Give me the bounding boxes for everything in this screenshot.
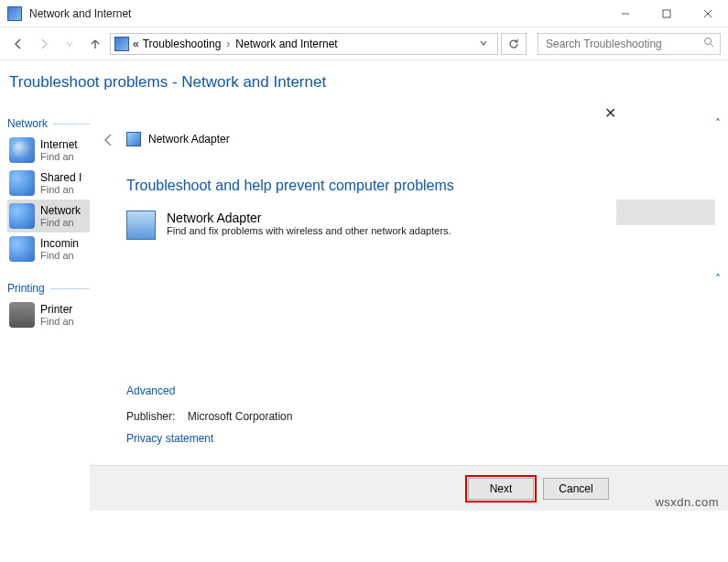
publisher-label: Publisher: bbox=[126, 410, 175, 423]
sidebar-item-network-adapter[interactable]: Network Find an bbox=[7, 200, 90, 232]
publisher-value: Microsoft Corporation bbox=[188, 410, 293, 423]
minimize-button[interactable] bbox=[604, 0, 646, 27]
breadcrumb-sep-icon: › bbox=[226, 38, 230, 50]
sidebar-item-incoming[interactable]: Incomin Find an bbox=[7, 232, 90, 265]
sidebar-item-desc: Find an bbox=[40, 217, 81, 228]
watermark: wsxdn.com bbox=[655, 495, 719, 509]
sidebar-item-desc: Find an bbox=[40, 184, 81, 195]
app-icon bbox=[7, 6, 22, 21]
wizard-item-title: Network Adapter bbox=[167, 211, 451, 225]
collapse-icon[interactable]: ˄ bbox=[715, 117, 721, 130]
search-box[interactable] bbox=[538, 33, 721, 55]
sidebar: Network Internet Find an Shared I Find a… bbox=[0, 60, 90, 562]
scrollbar-placeholder bbox=[616, 200, 715, 225]
adapter-icon bbox=[126, 211, 156, 240]
adapter-icon bbox=[9, 203, 35, 229]
wizard-back-icon[interactable] bbox=[101, 132, 117, 151]
maximize-button[interactable] bbox=[646, 0, 687, 27]
address-dropdown-icon[interactable] bbox=[473, 38, 494, 50]
group-printing-label: Printing bbox=[7, 282, 90, 295]
sidebar-item-label: Network bbox=[40, 204, 81, 217]
advanced-link[interactable]: Advanced bbox=[126, 384, 175, 397]
privacy-link[interactable]: Privacy statement bbox=[126, 432, 213, 445]
back-button[interactable] bbox=[7, 33, 29, 55]
wizard-item: Network Adapter Find and fix problems wi… bbox=[126, 211, 451, 240]
forward-button[interactable] bbox=[33, 33, 55, 55]
sidebar-item-label: Printer bbox=[40, 303, 74, 316]
next-button[interactable]: Next bbox=[468, 478, 534, 500]
collapse-icon[interactable]: ˄ bbox=[715, 273, 721, 286]
wizard-title-row: Network Adapter bbox=[126, 132, 230, 146]
adapter-icon bbox=[126, 132, 141, 146]
sidebar-item-label: Incomin bbox=[40, 237, 79, 250]
recent-dropdown[interactable] bbox=[59, 33, 81, 55]
sidebar-item-printer[interactable]: Printer Find an bbox=[7, 298, 90, 331]
toolbar: « Troubleshooting › Network and Internet bbox=[0, 27, 728, 60]
printer-icon bbox=[9, 302, 35, 328]
group-network-label: Network bbox=[7, 117, 90, 130]
refresh-button[interactable] bbox=[501, 33, 527, 55]
address-icon bbox=[114, 37, 129, 51]
svg-line-5 bbox=[711, 44, 713, 47]
incoming-icon bbox=[9, 236, 35, 262]
sidebar-item-desc: Find an bbox=[40, 316, 74, 327]
wizard-heading: Troubleshoot and help prevent computer p… bbox=[126, 178, 454, 194]
globe-icon bbox=[9, 137, 35, 163]
publisher-row: Publisher: Microsoft Corporation bbox=[126, 410, 292, 423]
search-icon bbox=[703, 37, 714, 50]
sidebar-item-label: Internet bbox=[40, 138, 78, 151]
sidebar-item-internet[interactable]: Internet Find an bbox=[7, 134, 90, 167]
svg-point-4 bbox=[705, 38, 712, 45]
wizard-close-icon[interactable]: ✕ bbox=[604, 104, 616, 122]
wizard-item-desc: Find and fix problems with wireless and … bbox=[167, 225, 451, 236]
sidebar-item-shared[interactable]: Shared I Find an bbox=[7, 167, 90, 200]
wizard-button-bar: Next Cancel bbox=[90, 465, 728, 511]
up-button[interactable] bbox=[84, 33, 106, 55]
sidebar-item-label: Shared I bbox=[40, 171, 81, 184]
breadcrumb-troubleshooting[interactable]: Troubleshooting bbox=[143, 38, 222, 50]
cancel-button[interactable]: Cancel bbox=[543, 478, 609, 500]
wizard-title: Network Adapter bbox=[148, 133, 230, 146]
close-button[interactable] bbox=[687, 0, 728, 27]
sidebar-item-desc: Find an bbox=[40, 151, 78, 162]
breadcrumb-prefix: « bbox=[133, 38, 139, 50]
svg-rect-1 bbox=[663, 10, 670, 17]
breadcrumb-network-internet[interactable]: Network and Internet bbox=[235, 38, 337, 50]
folder-icon bbox=[9, 170, 35, 196]
window-titlebar: Network and Internet bbox=[0, 0, 728, 27]
search-input[interactable] bbox=[544, 37, 703, 51]
troubleshooter-wizard: ✕ ˄ ˄ Network Adapter Troubleshoot and h… bbox=[90, 95, 728, 514]
address-bar[interactable]: « Troubleshooting › Network and Internet bbox=[110, 33, 498, 55]
sidebar-item-desc: Find an bbox=[40, 250, 79, 261]
window-title: Network and Internet bbox=[29, 7, 131, 20]
